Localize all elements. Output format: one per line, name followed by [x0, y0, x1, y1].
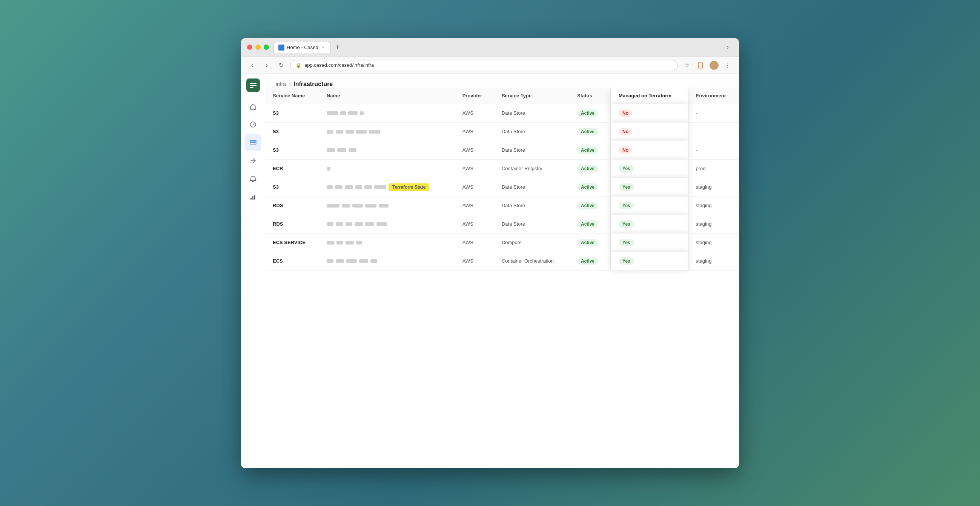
- breadcrumb-link[interactable]: infra: [276, 81, 286, 87]
- forward-button[interactable]: ›: [261, 60, 272, 70]
- new-tab-button[interactable]: +: [332, 42, 343, 53]
- col-provider: Provider: [455, 88, 494, 104]
- table-row[interactable]: ECRAWSContainer RegistryActiveYesprod: [265, 159, 739, 178]
- table-row[interactable]: S3AWSData StoreActiveNo-: [265, 141, 739, 159]
- cell-service-type: Data Store: [494, 122, 570, 141]
- status-badge: Active: [577, 128, 598, 135]
- traffic-lights: [247, 45, 269, 50]
- menu-button[interactable]: ⋮: [722, 60, 733, 70]
- cell-environment: staging: [688, 178, 739, 196]
- table-header-row: Service Name Name Provider Service Type …: [265, 88, 739, 104]
- svg-rect-0: [250, 83, 256, 84]
- cell-service-type: Data Store: [494, 196, 570, 215]
- svg-rect-2: [250, 87, 253, 88]
- cell-service-name: S3: [265, 141, 319, 159]
- terraform-badge: Yes: [619, 183, 634, 191]
- terraform-badge: Yes: [619, 239, 634, 247]
- profile-button[interactable]: [709, 60, 719, 70]
- sidebar-item-workflows[interactable]: [245, 153, 261, 169]
- cell-name: Terraform State: [319, 178, 455, 196]
- cell-name: [319, 196, 455, 215]
- star-button[interactable]: ☆: [682, 60, 692, 70]
- sidebar-item-analytics[interactable]: [245, 189, 261, 205]
- table-row[interactable]: RDSAWSData StoreActiveYesstaging: [265, 196, 739, 215]
- minimize-button[interactable]: [255, 45, 261, 50]
- col-name: Name: [319, 88, 455, 104]
- cell-status: Active: [570, 104, 611, 122]
- cell-name: [319, 252, 455, 270]
- tab-bar: Home - Cased × +: [274, 42, 718, 53]
- main-content: infra › Infrastructure Service Name Name…: [265, 74, 739, 468]
- maximize-button[interactable]: [264, 45, 269, 50]
- cell-terraform: Yes: [611, 233, 688, 252]
- address-bar: ‹ › ↻ 🔒 app.cased.com/cased/infra/infra …: [241, 57, 739, 74]
- table-row[interactable]: ECS SERVICEAWSComputeActiveYesstaging: [265, 233, 739, 252]
- status-badge: Active: [577, 146, 598, 154]
- browser-titlebar: Home - Cased × + ›: [241, 38, 739, 57]
- cell-provider: AWS: [455, 252, 494, 270]
- breadcrumb-separator: ›: [289, 81, 290, 87]
- col-service-name: Service Name: [265, 88, 319, 104]
- cell-service-name: RDS: [265, 196, 319, 215]
- cell-service-type: Data Store: [494, 104, 570, 122]
- cell-provider: AWS: [455, 233, 494, 252]
- table-row[interactable]: S3Terraform StateAWSData StoreActiveYess…: [265, 178, 739, 196]
- sidebar-item-infrastructure[interactable]: [245, 134, 261, 151]
- cell-name: [319, 141, 455, 159]
- cell-environment: -: [688, 122, 739, 141]
- cell-provider: AWS: [455, 159, 494, 178]
- sidebar: [241, 74, 265, 468]
- table-row[interactable]: S3AWSData StoreActiveNo-: [265, 122, 739, 141]
- col-environment: Environment: [688, 88, 739, 104]
- cell-name: [319, 104, 455, 122]
- close-button[interactable]: [247, 45, 252, 50]
- sidebar-item-home[interactable]: [245, 98, 261, 115]
- cell-service-type: Data Store: [494, 215, 570, 233]
- cell-environment: -: [688, 104, 739, 122]
- cell-terraform: Yes: [611, 159, 688, 178]
- status-badge: Active: [577, 183, 598, 191]
- cell-service-name: ECS SERVICE: [265, 233, 319, 252]
- back-button[interactable]: ‹: [247, 60, 258, 70]
- cell-status: Active: [570, 159, 611, 178]
- sidebar-item-alerts[interactable]: [245, 170, 261, 187]
- cell-provider: AWS: [455, 215, 494, 233]
- tab-chevron-button[interactable]: ›: [722, 42, 733, 53]
- cell-service-name: S3: [265, 104, 319, 122]
- terraform-badge: Yes: [619, 165, 634, 172]
- status-badge: Active: [577, 202, 598, 209]
- refresh-button[interactable]: ↻: [276, 60, 286, 70]
- cell-status: Active: [570, 233, 611, 252]
- bookmark-button[interactable]: 📋: [695, 60, 706, 70]
- cell-service-type: Data Store: [494, 178, 570, 196]
- table-row[interactable]: ECSAWSContainer OrchestrationActiveYesst…: [265, 252, 739, 270]
- sidebar-item-activity[interactable]: [245, 116, 261, 133]
- cell-terraform: No: [611, 104, 688, 122]
- cell-status: Active: [570, 215, 611, 233]
- cell-provider: AWS: [455, 104, 494, 122]
- cell-service-name: S3: [265, 122, 319, 141]
- cell-environment: staging: [688, 233, 739, 252]
- app-logo[interactable]: [246, 78, 260, 92]
- cell-provider: AWS: [455, 122, 494, 141]
- svg-rect-10: [254, 195, 255, 200]
- col-status: Status: [570, 88, 611, 104]
- address-field[interactable]: 🔒 app.cased.com/cased/infra/infra: [290, 60, 678, 70]
- table-container: Service Name Name Provider Service Type …: [265, 88, 739, 468]
- svg-point-6: [255, 141, 255, 142]
- page-header: infra › Infrastructure: [265, 74, 739, 88]
- cell-environment: staging: [688, 215, 739, 233]
- url-text: app.cased.com/cased/infra/infra: [304, 62, 672, 68]
- status-badge: Active: [577, 110, 598, 117]
- tab-close-button[interactable]: ×: [321, 45, 326, 50]
- table-row[interactable]: S3AWSData StoreActiveNo-: [265, 104, 739, 122]
- cell-environment: -: [688, 141, 739, 159]
- col-service-type: Service Type: [494, 88, 570, 104]
- cell-environment: prod: [688, 159, 739, 178]
- infrastructure-table: Service Name Name Provider Service Type …: [265, 88, 739, 271]
- cell-service-name: ECS: [265, 252, 319, 270]
- table-row[interactable]: RDSAWSData StoreActiveYesstaging: [265, 215, 739, 233]
- browser-tab[interactable]: Home - Cased ×: [274, 42, 331, 53]
- status-badge: Active: [577, 165, 598, 172]
- cell-status: Active: [570, 196, 611, 215]
